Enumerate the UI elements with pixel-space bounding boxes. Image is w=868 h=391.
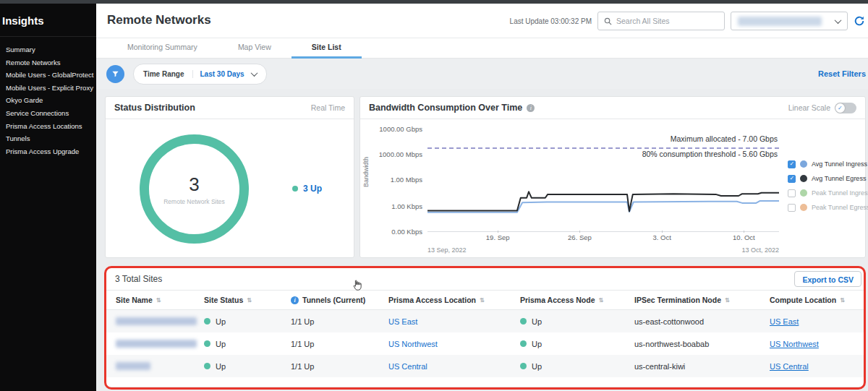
legend-avg-tunnel-egress[interactable]: Avg Tunnel Egress xyxy=(788,171,864,186)
x-tick-mark xyxy=(662,231,663,233)
prisma-access-location-link[interactable]: US Northwest xyxy=(388,340,438,348)
tunnels-cell: 1/1 Up xyxy=(291,340,388,348)
range-end: 13 Oct, 2022 xyxy=(741,246,779,254)
linear-scale-label: Linear Scale xyxy=(788,103,830,112)
legend-peak-tunnel-ingress[interactable]: Peak Tunnel Ingress xyxy=(788,186,864,200)
tenant-dropdown[interactable] xyxy=(731,12,848,30)
compute-location-link[interactable]: US Northwest xyxy=(770,340,819,348)
toggle-knob xyxy=(835,103,845,113)
sidebar-item-prisma-access-locations[interactable]: Prisma Access Locations xyxy=(6,120,96,133)
bandwidth-card: Bandwidth Consumption Over Time i Linear… xyxy=(359,96,866,258)
legend-avg-tunnel-ingress[interactable]: Avg Tunnel Ingress xyxy=(788,157,864,171)
bandwidth-series-lines xyxy=(427,129,779,231)
total-sites-count: 3 Total Sites xyxy=(115,274,162,284)
search-placeholder: Search All Sites xyxy=(616,17,670,25)
sidebar-item-okyo-garde[interactable]: Okyo Garde xyxy=(6,94,96,107)
mouse-cursor-icon xyxy=(351,279,363,291)
x-tick: 10. Oct xyxy=(733,233,755,241)
site-name-redacted-link[interactable] xyxy=(116,340,197,348)
x-axis-range: 13 Sep, 2022 13 Oct, 2022 xyxy=(427,246,779,254)
table-row: Up 1/1 Up US Central Up us-central-kiwi … xyxy=(106,355,864,377)
info-icon[interactable]: i xyxy=(527,104,535,112)
status-distribution-card: Status Distribution Real Time 3 Remote N… xyxy=(105,96,354,258)
column-ipsec-termination-node[interactable]: IPSec Termination Node⇅ xyxy=(634,296,770,304)
filter-bar: Time Range Last 30 Days Reset Filters xyxy=(96,59,868,89)
prisma-access-location-link[interactable]: US East xyxy=(388,317,417,326)
range-start: 13 Sep, 2022 xyxy=(427,246,467,254)
filter-button[interactable] xyxy=(106,65,124,83)
column-site-status[interactable]: Site Status⇅ xyxy=(204,296,291,304)
sidebar-item-summary[interactable]: Summary xyxy=(6,43,96,56)
sidebar-item-mobile-users-globalprotect[interactable]: Mobile Users - GlobalProtect xyxy=(6,69,96,82)
prisma-access-location-link[interactable]: US Central xyxy=(388,362,427,371)
page-title: Remote Networks xyxy=(107,13,211,27)
column-prisma-access-node[interactable]: Prisma Access Node⇅ xyxy=(520,296,634,304)
y-axis-ticks: 1000.00 Gbps 1000.00 Mbps 1.00 Mbps 1.00… xyxy=(360,119,422,258)
checkbox[interactable] xyxy=(788,204,796,212)
legend-peak-tunnel-egress[interactable]: Peak Tunnel Egress xyxy=(788,200,864,215)
y-tick: 1000.00 Gbps xyxy=(379,125,422,133)
sites-table-card: 3 Total Sites Export to CSV Site Name⇅ S… xyxy=(106,268,864,387)
linear-scale-toggle[interactable] xyxy=(835,103,856,113)
column-compute-location[interactable]: Compute Location⇅ xyxy=(770,296,864,304)
tab-map-view[interactable]: Map View xyxy=(218,38,292,59)
column-prisma-access-location[interactable]: Prisma Access Location⇅ xyxy=(388,296,520,304)
site-name-redacted-link[interactable] xyxy=(116,317,197,325)
status-legend-item[interactable]: 3 Up xyxy=(292,184,322,194)
ipsec-termination-node-cell: us-northwest-boabab xyxy=(634,340,770,348)
sidebar-item-prisma-access-upgrade[interactable]: Prisma Access Upgrade xyxy=(6,145,96,158)
checkbox[interactable] xyxy=(788,160,796,168)
column-tunnels-current[interactable]: iTunnels (Current) xyxy=(291,296,388,304)
time-range-filter[interactable]: Time Range Last 30 Days xyxy=(133,64,267,85)
sidebar-item-service-connections[interactable]: Service Connections xyxy=(6,107,96,120)
reset-filters-button[interactable]: Reset Filters xyxy=(818,69,866,78)
search-input[interactable]: Search All Sites xyxy=(597,12,725,30)
x-tick: 26. Sep xyxy=(568,233,592,241)
main-area: Remote Networks Last Update 03:00:32 PM … xyxy=(96,4,868,391)
page-header: Remote Networks Last Update 03:00:32 PM … xyxy=(96,4,868,38)
info-icon: i xyxy=(291,296,299,304)
sidebar-item-remote-networks[interactable]: Remote Networks xyxy=(6,56,96,69)
series-color-dot xyxy=(800,204,807,211)
up-status-dot xyxy=(520,318,527,325)
site-name-redacted-link[interactable] xyxy=(116,362,150,370)
tenant-name-redacted xyxy=(738,17,822,26)
sidebar-item-mobile-users-explicit-proxy[interactable]: Mobile Users - Explicit Proxy xyxy=(6,82,96,95)
x-tick: 3. Oct xyxy=(652,233,671,241)
checkbox[interactable] xyxy=(788,175,796,183)
up-status-dot xyxy=(520,340,527,347)
bandwidth-card-header: Bandwidth Consumption Over Time i Linear… xyxy=(360,97,865,119)
ipsec-termination-node-cell: us-central-kiwi xyxy=(634,362,770,371)
up-status-dot xyxy=(204,363,210,369)
export-to-csv-button[interactable]: Export to CSV xyxy=(794,271,861,287)
up-status-dot xyxy=(204,340,210,347)
series-color-dot xyxy=(800,175,807,182)
bandwidth-card-body: Bandwidth 1000.00 Gbps 1000.00 Mbps 1.00… xyxy=(360,119,865,258)
tabs-bar: Monitoring Summary Map View Site List xyxy=(96,38,868,59)
y-tick: 1.00 Kbps xyxy=(391,202,422,210)
site-count: 3 xyxy=(189,173,199,196)
sort-icon: ⇅ xyxy=(247,297,252,304)
sort-icon: ⇅ xyxy=(599,297,604,304)
status-card-body: 3 Remote Network Sites 3 Up xyxy=(106,119,354,258)
app-window: Insights Summary Remote Networks Mobile … xyxy=(0,0,868,391)
site-status-cell: Up xyxy=(204,340,291,348)
prisma-access-node-cell: Up xyxy=(520,340,634,348)
bandwidth-legend: Avg Tunnel Ingress Avg Tunnel Egress Pea… xyxy=(788,157,864,215)
tab-monitoring-summary[interactable]: Monitoring Summary xyxy=(107,38,218,59)
prisma-access-node-cell: Up xyxy=(520,362,634,371)
sidebar-title: Insights xyxy=(0,4,96,37)
x-tick: 19. Sep xyxy=(486,233,510,241)
tab-site-list[interactable]: Site List xyxy=(292,38,362,59)
compute-location-link[interactable]: US East xyxy=(770,317,799,326)
column-site-name[interactable]: Site Name⇅ xyxy=(116,296,204,304)
sort-icon: ⇅ xyxy=(156,297,161,304)
compute-location-link[interactable]: US Central xyxy=(770,362,809,371)
refresh-icon[interactable] xyxy=(854,15,865,27)
sidebar-nav: Summary Remote Networks Mobile Users - G… xyxy=(0,37,96,158)
checkbox[interactable] xyxy=(788,189,796,197)
sidebar-item-tunnels[interactable]: Tunnels xyxy=(6,132,96,145)
chevron-down-icon xyxy=(835,17,842,24)
y-tick: 1000.00 Mbps xyxy=(379,150,422,158)
table-row: Up 1/1 Up US East Up us-east-cottonwood … xyxy=(106,310,864,332)
